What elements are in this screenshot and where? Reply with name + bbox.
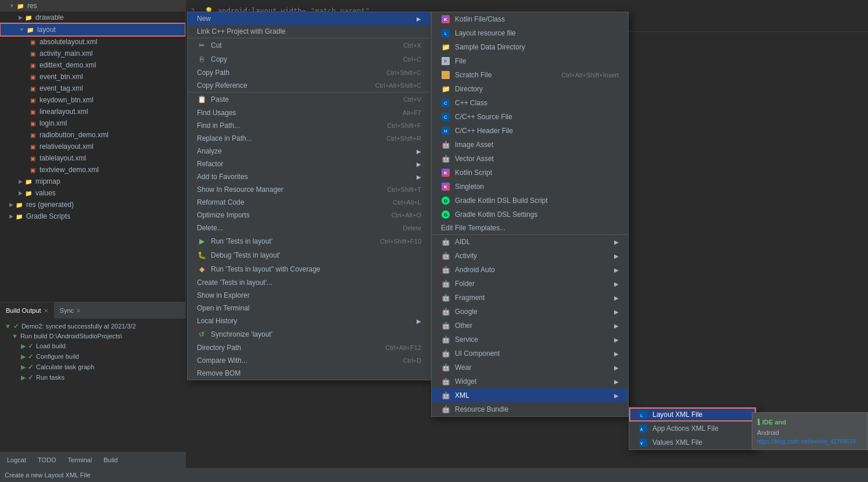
- tab-sync[interactable]: Sync ✕: [54, 302, 87, 319]
- sm-item-vector-asset[interactable]: 🤖 Vector Asset: [432, 152, 628, 166]
- cm-item-run-tests[interactable]: ▶ Run 'Tests in layout' Ctrl+Shift+F10: [188, 234, 431, 248]
- cm-item-copy-ref[interactable]: Copy Reference Ctrl+Alt+Shift+C: [188, 79, 431, 92]
- sm-item-wear[interactable]: 🤖 Wear ▶: [432, 360, 628, 374]
- cm-item-synchronize[interactable]: ↺ Synchronize 'layout': [188, 327, 431, 341]
- sm-item-other[interactable]: 🤖 Other ▶: [432, 319, 628, 333]
- tree-item-layout[interactable]: ▼ 📁 layout: [0, 23, 185, 36]
- tree-item-file[interactable]: ▣ absolutelayout.xml: [0, 36, 185, 48]
- sm-item-activity[interactable]: 🤖 Activity ▶: [432, 249, 628, 263]
- sm-item-cpp-header[interactable]: H C/C++ Header File: [432, 124, 628, 138]
- folder-icon: 📁: [24, 188, 33, 198]
- sm-item-gradle-settings[interactable]: G Gradle Kotlin DSL Settings: [432, 208, 628, 222]
- sm-item-cpp-source[interactable]: C C/C++ Source File: [432, 110, 628, 124]
- sm-item-layout-xml[interactable]: L Layout XML File: [629, 408, 756, 422]
- tree-item-file[interactable]: ▣ tablelayout.xml: [0, 152, 185, 164]
- cm-item-local-history[interactable]: Local History ▶: [188, 315, 431, 327]
- tree-item-file[interactable]: ▣ keydown_btn.xml: [0, 94, 185, 106]
- sm-item-android-auto[interactable]: 🤖 Android Auto ▶: [432, 263, 628, 277]
- file-icon: F: [441, 56, 450, 66]
- sm-item-service[interactable]: 🤖 Service ▶: [432, 333, 628, 347]
- arrow-icon: ▶: [19, 178, 23, 184]
- cm-item-show-resource-manager[interactable]: Show In Resource Manager Ctrl+Shift+T: [188, 183, 431, 196]
- sm-item-scratch-file[interactable]: Scratch File Ctrl+Alt+Shift+Insert: [432, 68, 628, 82]
- cm-item-open-terminal[interactable]: Open in Terminal: [188, 302, 431, 315]
- cm-item-compare[interactable]: Compare With... Ctrl+D: [188, 354, 431, 367]
- sm-item-resource-bundle[interactable]: 🤖 Resource Bundle: [432, 402, 628, 416]
- sm-item-kotlin-file[interactable]: K Kotlin File/Class: [432, 12, 628, 26]
- tree-label: event_btn.xml: [40, 73, 83, 81]
- build-button[interactable]: Build: [99, 455, 122, 465]
- cm-item-create-tests[interactable]: Create 'Tests in layout'...: [188, 276, 431, 289]
- file-icon: ▣: [28, 60, 37, 70]
- cm-item-show-explorer[interactable]: Show in Explorer: [188, 289, 431, 302]
- cm-item-reformat-code[interactable]: Reformat Code Ctrl+Alt+L: [188, 196, 431, 209]
- logcat-button[interactable]: Logcat: [2, 455, 31, 465]
- tab-build-output[interactable]: Build Output ✕: [0, 302, 54, 319]
- tree-item-res-generated[interactable]: ▶ 📁 res (generated): [0, 199, 185, 210]
- sm-item-image-asset[interactable]: 🤖 Image Asset: [432, 138, 628, 152]
- cm-item-link-cpp[interactable]: Link C++ Project with Gradle: [188, 25, 431, 38]
- sm-item-aidl[interactable]: 🤖 AIDL ▶: [432, 235, 628, 249]
- tree-item-file[interactable]: ▣ relativelayout.xml: [0, 141, 185, 152]
- cm-item-find-path[interactable]: Find in Path... Ctrl+Shift+F: [188, 119, 431, 132]
- file-icon: ▣: [28, 142, 37, 151]
- tree-item-file[interactable]: ▣ activity_main.xml: [0, 48, 185, 59]
- terminal-button[interactable]: Terminal: [63, 455, 97, 465]
- sm-item-app-actions-xml[interactable]: A App Actions XML File: [629, 422, 756, 435]
- submenu-arrow-icon: ▶: [614, 351, 619, 357]
- cm-item-find-usages[interactable]: Find Usages Alt+F7: [188, 106, 431, 119]
- sm-item-xml[interactable]: 🤖 XML ▶: [432, 388, 628, 402]
- sm-item-folder[interactable]: 🤖 Folder ▶: [432, 277, 628, 291]
- cm-item-new[interactable]: New ▶: [188, 12, 431, 25]
- tree-item-file[interactable]: ▣ textview_demo.xml: [0, 164, 185, 176]
- sm-item-edit-templates[interactable]: Edit File Templates...: [432, 222, 628, 234]
- tree-item-drawable[interactable]: ▶ 📁 drawable: [0, 12, 185, 23]
- tree-item-file[interactable]: ▣ event_btn.xml: [0, 71, 185, 83]
- tree-item-values[interactable]: ▶ 📁 values: [0, 187, 185, 199]
- cm-item-cut[interactable]: ✂ Cut Ctrl+X: [188, 38, 431, 52]
- cm-item-copy[interactable]: ⎘ Copy Ctrl+C: [188, 52, 431, 66]
- cm-item-run-coverage[interactable]: ◆ Run 'Tests in layout'' with Coverage: [188, 262, 431, 276]
- sm-item-widget[interactable]: 🤖 Widget ▶: [432, 374, 628, 388]
- cm-item-paste[interactable]: 📋 Paste Ctrl+V: [188, 92, 431, 106]
- sm-item-kotlin-script[interactable]: K Kotlin Script: [432, 166, 628, 180]
- tree-item-file[interactable]: ▣ login.xml: [0, 117, 185, 129]
- tree-item-file[interactable]: ▣ radiobutton_demo.xml: [0, 129, 185, 141]
- android-icon: 🤖: [441, 307, 450, 316]
- sm-item-gradle-build[interactable]: G Gradle Kotlin DSL Build Script: [432, 194, 628, 208]
- todo-button[interactable]: TODO: [33, 455, 61, 465]
- sm-item-sample-data[interactable]: 📁 Sample Data Directory: [432, 40, 628, 54]
- sm-item-directory[interactable]: 📁 Directory: [432, 82, 628, 96]
- sm-item-values-xml[interactable]: V Values XML File: [629, 435, 756, 449]
- android-icon: 🤖: [441, 377, 450, 386]
- cm-item-refactor[interactable]: Refactor ▶: [188, 158, 431, 170]
- cm-item-remove-bom[interactable]: Remove BOM: [188, 367, 431, 380]
- close-icon[interactable]: ✕: [76, 308, 81, 314]
- cm-item-replace-path[interactable]: Replace in Path... Ctrl+Shift+R: [188, 132, 431, 145]
- close-icon[interactable]: ✕: [44, 308, 48, 314]
- sm-item-google[interactable]: 🤖 Google ▶: [432, 305, 628, 319]
- sm-item-cpp-class[interactable]: C C++ Class: [432, 96, 628, 110]
- tree-item-mipmap[interactable]: ▶ 📁 mipmap: [0, 176, 185, 187]
- cm-item-copy-path[interactable]: Copy Path Ctrl+Shift+C: [188, 66, 431, 79]
- tree-item-file[interactable]: ▣ linearlayout.xml: [0, 106, 185, 117]
- sm-item-fragment[interactable]: 🤖 Fragment ▶: [432, 291, 628, 305]
- cm-item-directory-path[interactable]: Directory Path Ctrl+Alt+F12: [188, 341, 431, 354]
- kotlin-icon: K: [441, 15, 450, 24]
- cm-shortcut: Ctrl+X: [403, 42, 421, 49]
- tree-item-res[interactable]: ▼ 📁 res: [0, 0, 185, 12]
- cm-shortcut: Ctrl+Shift+C: [386, 69, 421, 76]
- cm-item-add-favorites[interactable]: Add to Favorites ▶: [188, 170, 431, 183]
- tree-item-gradle-scripts[interactable]: ▶ 📁 Gradle Scripts: [0, 210, 185, 222]
- cm-item-analyze[interactable]: Analyze ▶: [188, 145, 431, 158]
- sm-item-file[interactable]: F File: [432, 54, 628, 68]
- tree-item-file[interactable]: ▣ event_tag.xml: [0, 83, 185, 94]
- sm-item-ui-component[interactable]: 🤖 UI Component ▶: [432, 347, 628, 360]
- tree-item-file[interactable]: ▣ edittext_demo.xml: [0, 59, 185, 71]
- cm-shortcut: Delete: [403, 224, 421, 231]
- cm-item-delete[interactable]: Delete... Delete: [188, 222, 431, 234]
- cm-item-optimize-imports[interactable]: Optimize Imports Ctrl+Alt+O: [188, 209, 431, 222]
- sm-item-layout-resource[interactable]: L Layout resource file: [432, 26, 628, 40]
- cm-item-debug-tests[interactable]: 🐛 Debug 'Tests in layout': [188, 248, 431, 262]
- sm-item-singleton[interactable]: K Singleton: [432, 180, 628, 194]
